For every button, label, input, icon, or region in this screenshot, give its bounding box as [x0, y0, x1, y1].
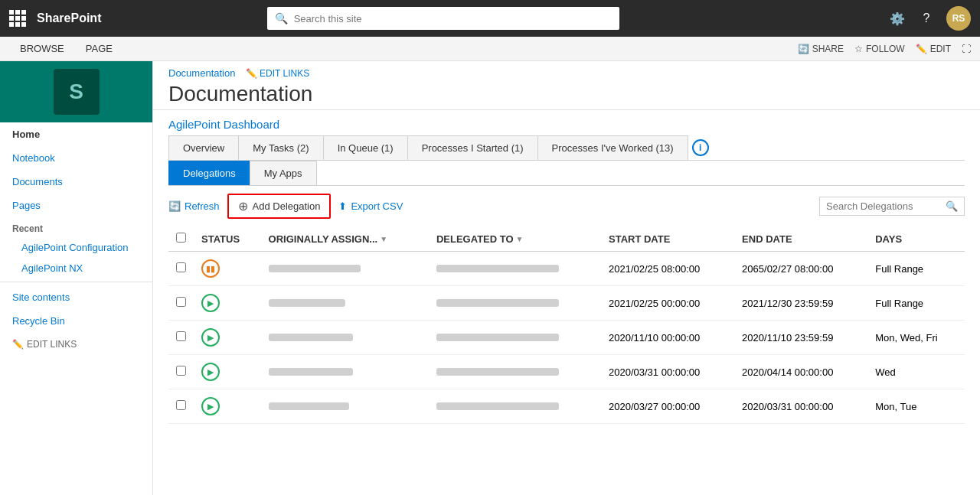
sidebar-divider: [0, 282, 152, 282]
tab-in-queue[interactable]: In Queue (1): [323, 135, 408, 160]
refresh-icon: 🔄: [168, 200, 181, 212]
refresh-button[interactable]: 🔄 Refresh: [168, 200, 220, 212]
logo-icon: S: [54, 69, 100, 115]
edit-links-button[interactable]: ✏️ EDIT LINKS: [246, 68, 309, 79]
search-delegations-input[interactable]: [826, 200, 941, 212]
search-delegations-box[interactable]: 🔍: [819, 197, 965, 216]
th-delegated-to: DELEGATED TO ▼: [429, 226, 601, 252]
help-icon[interactable]: ?: [917, 9, 936, 28]
export-csv-button[interactable]: ⬆ Export CSV: [338, 200, 403, 212]
recent-section-label: Recent: [0, 217, 152, 237]
sidebar-item-pages[interactable]: Pages: [0, 194, 152, 217]
row-checkbox[interactable]: [176, 262, 186, 272]
user-avatar[interactable]: RS: [946, 6, 971, 31]
delegations-table-wrapper: STATUS ORIGINALLY ASSIGN... ▼ DELEGATED …: [153, 226, 980, 424]
search-bar[interactable]: 🔍: [267, 7, 619, 30]
play-icon[interactable]: ▶: [201, 363, 220, 381]
search-icon: 🔍: [275, 12, 288, 24]
delegated-skeleton: [436, 368, 559, 376]
row-checkbox-cell: [168, 321, 194, 355]
info-icon[interactable]: i: [692, 139, 709, 156]
sidebar-item-documents[interactable]: Documents: [0, 170, 152, 194]
pencil-icon-small: ✏️: [246, 68, 257, 79]
delegated-to-cell: [429, 389, 601, 424]
tab-delegations[interactable]: Delegations: [168, 161, 250, 185]
breadcrumb[interactable]: Documentation: [168, 67, 235, 79]
row-checkbox-cell: [168, 389, 194, 424]
delegated-skeleton: [436, 334, 559, 341]
ribbon-tab-browse[interactable]: BROWSE: [9, 37, 75, 61]
sidebar-item-notebook[interactable]: Notebook: [0, 146, 152, 170]
focus-icon: ⛶: [962, 44, 971, 54]
sidebar-item-home[interactable]: Home: [0, 122, 152, 146]
main-layout: S Home Notebook Documents Pages Recent A…: [0, 61, 980, 495]
status-cell: ▶: [194, 286, 261, 321]
pencil-small-icon: ✏️: [12, 339, 24, 350]
status-cell: ▶: [194, 389, 261, 424]
tabs-row-2: Delegations My Apps: [168, 161, 965, 186]
status-cell: ▶: [194, 321, 261, 355]
assigned-skeleton: [269, 368, 353, 376]
brand-logo: SharePoint: [37, 11, 129, 25]
originally-assigned-cell: [261, 355, 429, 389]
end-date-cell: 2065/02/27 08:00:00: [734, 252, 867, 286]
ribbon-actions: 🔄 SHARE ☆ FOLLOW ✏️ EDIT ⛶: [798, 44, 971, 54]
th-start-date: START DATE: [601, 226, 734, 252]
row-checkbox[interactable]: [176, 366, 186, 376]
tab-processes-started[interactable]: Processes I Started (1): [407, 135, 538, 160]
main-content: Documentation ✏️ EDIT LINKS Documentatio…: [153, 61, 980, 495]
delegated-skeleton: [436, 402, 559, 410]
play-icon[interactable]: ▶: [201, 397, 220, 415]
ribbon-tab-page[interactable]: PAGE: [75, 37, 123, 61]
sidebar-item-site-contents[interactable]: Site contents: [0, 285, 152, 309]
end-date-cell: 2020/11/10 23:59:59: [734, 321, 867, 355]
share-action[interactable]: 🔄 SHARE: [798, 44, 844, 54]
table-row: ▶2020/03/31 00:00:002020/04/14 00:00:00W…: [168, 355, 965, 389]
apps-grid-icon[interactable]: [9, 10, 26, 27]
filter-icon-delegated[interactable]: ▼: [516, 235, 524, 243]
edit-action[interactable]: ✏️ EDIT: [916, 44, 951, 54]
table-row: ▶2020/03/27 00:00:002020/03/31 00:00:00M…: [168, 389, 965, 424]
row-checkbox[interactable]: [176, 331, 186, 341]
add-delegation-button[interactable]: ⊕ Add Delegation: [227, 194, 332, 219]
focus-action[interactable]: ⛶: [962, 44, 971, 54]
filter-icon-assigned[interactable]: ▼: [380, 235, 387, 243]
row-checkbox-cell: [168, 355, 194, 389]
delegated-skeleton: [436, 299, 559, 307]
th-select-all[interactable]: [168, 226, 194, 252]
start-date-cell: 2020/03/27 00:00:00: [601, 389, 734, 424]
play-icon[interactable]: ▶: [201, 294, 220, 312]
dashboard-title: AgilePoint Dashboard: [153, 110, 980, 135]
assigned-skeleton: [269, 402, 349, 410]
sidebar-item-recycle-bin[interactable]: Recycle Bin: [0, 309, 152, 333]
sidebar-edit-links[interactable]: ✏️ EDIT LINKS: [0, 333, 152, 356]
originally-assigned-cell: [261, 389, 429, 424]
upload-icon: ⬆: [338, 200, 347, 212]
originally-assigned-cell: [261, 252, 429, 286]
tab-processes-worked[interactable]: Processes I've Worked (13): [537, 135, 688, 160]
tab-overview[interactable]: Overview: [168, 135, 239, 160]
share-label: SHARE: [812, 44, 844, 54]
row-checkbox[interactable]: [176, 400, 186, 410]
delegated-skeleton: [436, 265, 559, 272]
add-circle-icon: ⊕: [238, 199, 248, 213]
ribbon: BROWSE PAGE 🔄 SHARE ☆ FOLLOW ✏️ EDIT ⛶: [0, 37, 980, 61]
settings-icon[interactable]: ⚙️: [888, 9, 906, 28]
start-date-cell: 2020/11/10 00:00:00: [601, 321, 734, 355]
search-delegations-icon: 🔍: [946, 200, 958, 212]
table-header-row: STATUS ORIGINALLY ASSIGN... ▼ DELEGATED …: [168, 226, 965, 252]
tab-my-tasks[interactable]: My Tasks (2): [238, 135, 323, 160]
select-all-checkbox[interactable]: [176, 233, 186, 243]
start-date-cell: 2021/02/25 08:00:00: [601, 252, 734, 286]
tab-my-apps[interactable]: My Apps: [250, 161, 317, 185]
play-icon[interactable]: ▶: [201, 328, 220, 347]
days-cell: Mon, Wed, Fri: [867, 321, 965, 355]
pause-icon[interactable]: ▮▮: [201, 259, 220, 278]
sidebar-item-agilepoint-nx[interactable]: AgilePoint NX: [0, 258, 152, 278]
start-date-cell: 2020/03/31 00:00:00: [601, 355, 734, 389]
follow-label: FOLLOW: [866, 44, 905, 54]
sidebar-item-agilepoint-config[interactable]: AgilePoint Configuration: [0, 237, 152, 258]
search-input[interactable]: [294, 13, 612, 24]
row-checkbox[interactable]: [176, 297, 186, 307]
follow-action[interactable]: ☆ FOLLOW: [854, 44, 905, 54]
